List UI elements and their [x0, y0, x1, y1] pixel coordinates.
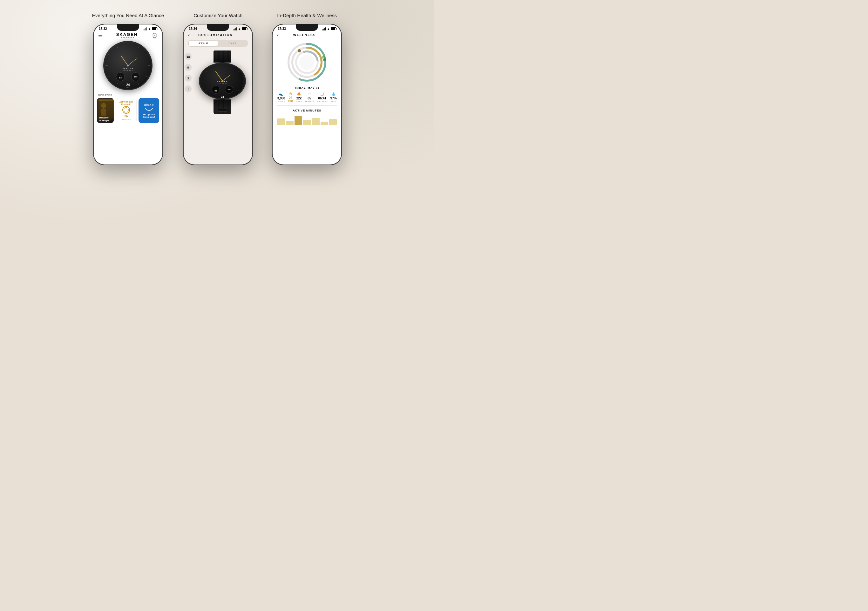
tool-camera[interactable]: 📷: [184, 53, 192, 60]
wifi-icon-3: ▲: [327, 27, 330, 31]
phone-2: 17:34 ▲ ‹ CUSTOMIZATION: [183, 24, 253, 165]
svg-line-28: [206, 71, 207, 72]
watch-face-inner-1: SKAGEN DENMARK ♡ 83 3980: [104, 42, 152, 89]
sleep-num: 06:41: [318, 96, 327, 100]
phone-section-1: Everything You Need At A Glance 17:32 ▲: [92, 13, 164, 165]
spo2-label: SPO2: [331, 101, 336, 102]
svg-line-22: [238, 90, 240, 91]
alexa-brand: alexa: [144, 102, 154, 107]
active-minutes-chart: [273, 113, 341, 126]
signal-bars-1: [144, 27, 147, 31]
active-card[interactable]: Active Minute Reached ! 26 MINUTES: [116, 98, 137, 123]
stat-cals: 🔥 222 CALS: [296, 92, 302, 102]
svg-point-39: [299, 55, 315, 70]
active-title: Active Minute Reached !: [119, 101, 133, 106]
updates-label: UPDATES: [94, 92, 162, 98]
subdial-left-1: ♡ 83: [116, 73, 125, 81]
phone3-app-header: ‹ WELLNESS: [273, 31, 341, 39]
status-icons-2: ▲: [234, 27, 247, 31]
phone-3: 17:33 ▲ ‹ WELLNESS: [272, 24, 342, 165]
welcome-text: Welcome to Skagen: [97, 115, 114, 123]
cals-num: 222: [296, 96, 302, 100]
battery-icon-3: [331, 27, 336, 30]
watch-date-day-1: TUE: [126, 87, 130, 88]
hr-label: RESTING: [305, 101, 314, 102]
tab-bar: STYLE DATA: [188, 40, 248, 47]
status-icons-3: ▲: [322, 27, 336, 31]
notch-2: [207, 24, 229, 31]
welcome-card[interactable]: Welcome to Skagen: [97, 98, 114, 123]
tool-theme[interactable]: ◑: [184, 75, 192, 82]
alexa-cta: Set Up Your Alexa Now!: [143, 113, 155, 119]
main-container: Everything You Need At A Glance 17:32 ▲: [0, 0, 434, 165]
phone2-content: 📷 ◉ ◑ T: [184, 48, 252, 114]
status-time-1: 17:32: [99, 27, 107, 31]
steps-num: 3,980: [277, 96, 285, 100]
watch2-container: SKAGEN DENMARK ♡ 83: [192, 48, 252, 114]
watch-display-1: SKAGEN DENMARK ♡ 83 3980: [102, 41, 153, 92]
active-circle: [122, 106, 130, 114]
wellness-title: WELLNESS: [293, 33, 316, 37]
section-title-2: Customize Your Watch: [194, 13, 242, 18]
subdial-left-num: 83: [119, 77, 122, 79]
cals-label: CALS: [296, 101, 302, 102]
rings-svg: 🌿: [285, 40, 329, 85]
stats-row: 👟 3,980 STEPS ⏱ 26 MINS 🔥 222 CALS: [273, 91, 341, 104]
status-time-2: 17:34: [189, 27, 197, 31]
watch2-outer: SKAGEN DENMARK ♡ 83: [197, 51, 248, 114]
sleep-icon: 🌙: [320, 92, 324, 96]
svg-line-30: [216, 71, 222, 81]
svg-line-31: [222, 75, 230, 81]
watch-brand-1: SKAGEN: [122, 68, 134, 70]
stat-steps: 👟 3,980 STEPS: [277, 92, 285, 102]
status-icons-1: ▲: [144, 27, 157, 31]
mins-num: 26: [289, 96, 292, 100]
watch2-face: SKAGEN DENMARK ♡ 83: [202, 63, 243, 99]
phone1-app-header: ☰ SKAGEN DENMARK ⌚: [94, 31, 162, 41]
watch-band-bottom: [214, 99, 231, 114]
svg-point-41: [298, 49, 301, 53]
phone-1: 17:32 ▲ ☰ SKAGEN: [93, 24, 163, 165]
svg-point-16: [101, 103, 106, 108]
screen-2: 17:34 ▲ ‹ CUSTOMIZATION: [184, 25, 252, 164]
watch-icon-header[interactable]: ⌚: [152, 32, 158, 39]
phone-section-3: In-Depth Health & Wellness 17:33 ▲: [272, 13, 342, 165]
hamburger-icon[interactable]: ☰: [98, 33, 102, 38]
subdial-right-num: 3980: [134, 76, 137, 78]
cals-icon: 🔥: [297, 92, 301, 96]
alexa-card[interactable]: alexa Set Up Your Alexa Now!: [138, 98, 159, 123]
side-tools: 📷 ◉ ◑ T: [184, 48, 192, 114]
watch-subdials-1: ♡ 83 3980: [116, 73, 140, 81]
steps-icon: 👟: [279, 92, 284, 96]
status-time-3: 17:33: [278, 27, 286, 31]
watch-face-1: SKAGEN DENMARK ♡ 83 3980: [103, 41, 152, 90]
wellness-rings: 🌿: [273, 40, 341, 85]
back-arrow-3[interactable]: ‹: [277, 32, 279, 37]
watch-band-top: [214, 51, 231, 63]
tool-text[interactable]: T: [184, 85, 192, 93]
spo2-icon: 💧: [332, 92, 336, 96]
phone2-app-header: ‹ CUSTOMIZATION: [184, 31, 252, 39]
battery-icon-1: [152, 27, 157, 30]
active-minutes-label: MINUTES: [122, 118, 130, 121]
svg-line-19: [232, 64, 232, 65]
screen-1: 17:32 ▲ ☰ SKAGEN: [94, 25, 162, 164]
svg-line-26: [206, 90, 207, 91]
tab-data[interactable]: DATA: [218, 41, 247, 46]
subdial-right-1: 3980: [131, 73, 140, 81]
svg-line-29: [212, 64, 214, 65]
wifi-icon-1: ▲: [148, 27, 151, 31]
hr-icon: ♡: [308, 92, 311, 96]
section-title-1: Everything You Need At A Glance: [92, 13, 164, 18]
tab-style[interactable]: STYLE: [189, 41, 218, 46]
tool-layers[interactable]: ◉: [184, 64, 192, 71]
svg-line-20: [238, 71, 240, 72]
mins-icon: ⏱: [289, 92, 292, 96]
screen-3: 17:33 ▲ ‹ WELLNESS: [273, 25, 341, 164]
back-arrow-2[interactable]: ‹: [188, 32, 190, 37]
active-circle-inner: [124, 107, 129, 113]
sleep-label: HRS MINS: [317, 101, 327, 102]
watch-sub-1: DENMARK: [122, 70, 134, 71]
svg-point-32: [222, 80, 223, 82]
stat-mins: ⏱ 26 MINS: [288, 92, 293, 102]
